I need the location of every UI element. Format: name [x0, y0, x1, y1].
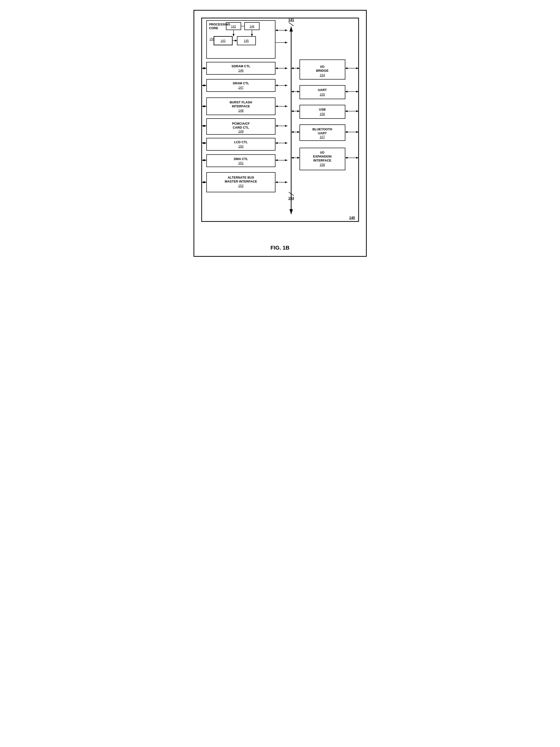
- label-143: 143: [221, 39, 225, 43]
- label-card-ctl: CARD CTL: [233, 126, 249, 129]
- svg-marker-62: [204, 159, 206, 161]
- svg-rect-84: [300, 85, 345, 99]
- svg-marker-38: [275, 84, 278, 86]
- label-142: 142: [231, 25, 236, 28]
- label-pcmcia: PCMCIA/CF: [232, 122, 250, 125]
- svg-marker-51: [285, 125, 287, 127]
- svg-marker-34: [204, 84, 206, 86]
- svg-marker-30: [285, 67, 287, 69]
- label-sdram-ctl: SDRAM CTL: [231, 64, 250, 68]
- diagram-svg: 140 PROCESSING CORE 159 142 144 143 145: [199, 16, 361, 236]
- svg-marker-66: [275, 159, 278, 161]
- label-bridge: BRIDGE: [316, 69, 328, 73]
- svg-marker-73: [275, 181, 278, 183]
- svg-marker-65: [285, 159, 287, 161]
- proc-core-label2: CORE: [209, 26, 218, 30]
- svg-marker-69: [204, 181, 206, 183]
- label-156: 156: [320, 112, 325, 116]
- label-148: 148: [238, 109, 243, 112]
- label-158: 158: [320, 163, 325, 166]
- page-container: 140 PROCESSING CORE 159 142 144 143 145: [194, 10, 367, 257]
- svg-marker-75: [297, 67, 300, 69]
- label-140: 140: [349, 216, 355, 220]
- label-151: 151: [238, 161, 243, 165]
- svg-marker-94: [345, 110, 348, 112]
- svg-marker-55: [204, 142, 206, 144]
- label-144: 144: [250, 25, 254, 28]
- label-145: 145: [244, 39, 249, 43]
- svg-marker-8: [251, 34, 253, 36]
- svg-marker-72: [285, 181, 287, 183]
- svg-marker-80: [345, 67, 348, 69]
- svg-marker-89: [297, 110, 300, 112]
- svg-marker-17: [275, 29, 278, 31]
- label-lcd-ctl: LCD CTL: [234, 140, 248, 144]
- svg-marker-108: [345, 157, 348, 159]
- svg-marker-14: [285, 42, 287, 44]
- label-sram-ctl: SRAM CTL: [233, 81, 249, 85]
- svg-line-18: [288, 23, 294, 26]
- label-152: 152: [238, 184, 243, 187]
- svg-marker-41: [204, 105, 206, 107]
- label-io-bridge: I/O: [320, 65, 324, 69]
- label-bluetooth-uart: UART: [318, 131, 327, 135]
- label-149: 149: [238, 129, 243, 133]
- label-interface: INTERFACE: [232, 104, 250, 108]
- label-150: 150: [238, 145, 243, 148]
- svg-marker-16: [285, 29, 287, 31]
- svg-marker-27: [204, 67, 206, 69]
- label-interface2: INTERFACE: [313, 159, 331, 162]
- label-157: 157: [320, 135, 325, 139]
- svg-marker-10: [235, 40, 237, 42]
- label-bluetooth: BLUETOOTH: [312, 127, 332, 131]
- proc-core-label: PROCESSING: [209, 23, 230, 26]
- label-147: 147: [238, 85, 243, 89]
- label-usb: USB: [319, 108, 325, 111]
- label-153: 153: [288, 196, 294, 200]
- svg-marker-48: [204, 125, 206, 127]
- svg-rect-91: [300, 105, 345, 119]
- label-io-exp: I/O: [320, 151, 324, 154]
- svg-marker-101: [345, 131, 348, 133]
- fig-caption: FIG. 1B: [199, 244, 361, 251]
- label-154: 154: [320, 73, 325, 77]
- label-master-intf: MASTER INTERFACE: [225, 180, 257, 183]
- label-alt-bus: ALTERNATE BUS: [228, 176, 254, 179]
- label-155: 155: [320, 93, 325, 96]
- svg-marker-52: [275, 125, 278, 127]
- svg-marker-82: [297, 91, 300, 93]
- svg-marker-44: [285, 105, 287, 107]
- svg-marker-20: [289, 27, 293, 32]
- label-141: 141: [288, 18, 294, 22]
- label-expansion: EXPANSION: [313, 155, 331, 158]
- label-146: 146: [238, 69, 243, 72]
- svg-marker-22: [289, 209, 293, 214]
- svg-marker-58: [285, 142, 287, 144]
- svg-marker-31: [275, 67, 278, 69]
- svg-marker-87: [345, 91, 348, 93]
- svg-marker-96: [297, 131, 300, 133]
- svg-marker-59: [275, 142, 278, 144]
- svg-marker-45: [275, 105, 278, 107]
- outer-box: 140 PROCESSING CORE 159 142 144 143 145: [194, 10, 367, 257]
- label-uart: UART: [318, 88, 327, 92]
- label-dma-ctl: DMA CTL: [234, 157, 248, 161]
- svg-marker-12: [232, 34, 234, 36]
- label-burst-flash: BURST FLASH: [230, 100, 252, 104]
- svg-marker-37: [285, 84, 287, 86]
- svg-marker-103: [297, 157, 300, 159]
- svg-rect-0: [201, 18, 358, 222]
